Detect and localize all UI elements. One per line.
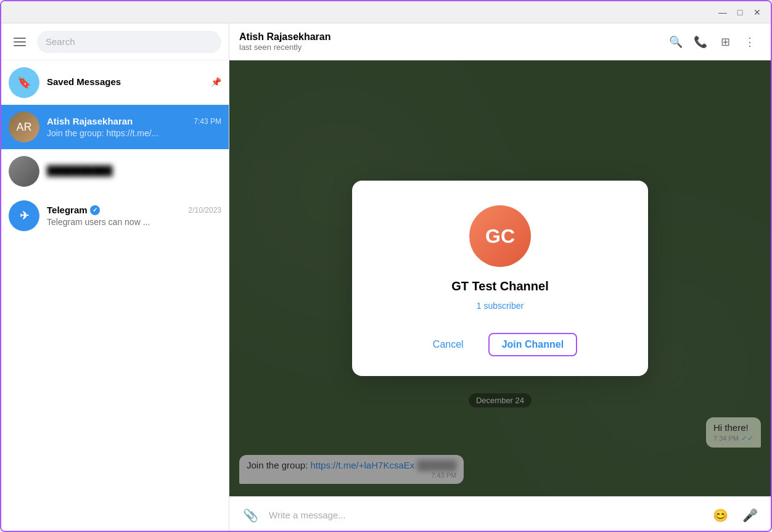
modal-overlay[interactable]: GC GT Test Channel 1 subscriber Cancel J… (229, 60, 771, 496)
pin-icon: 📌 (211, 77, 221, 87)
cancel-button[interactable]: Cancel (423, 334, 474, 355)
chat-preview-telegram: Telegram users can now ... (47, 217, 221, 227)
chat-list: 🔖 Saved Messages 📌 AR Atish Rajasekharan (1, 60, 229, 532)
app: 🔖 Saved Messages 📌 AR Atish Rajasekharan (1, 23, 771, 532)
channel-name: GT Test Channel (451, 279, 548, 293)
menu-icon[interactable] (9, 31, 31, 53)
modal-actions: Cancel Join Channel (372, 333, 628, 356)
attach-button[interactable]: 📎 (239, 504, 261, 526)
search-box[interactable] (37, 31, 221, 53)
chat-input-area: 📎 Write a message... 😊 🎤 (229, 496, 771, 532)
chat-header: Atish Rajasekharan last seen recently 🔍 … (229, 23, 771, 60)
minimize-button[interactable]: — (714, 4, 731, 21)
chat-name-hidden: ██████████ (47, 165, 112, 176)
chat-area: Atish Rajasekharan last seen recently 🔍 … (229, 23, 771, 532)
avatar-atish: AR (9, 112, 39, 142)
close-button[interactable]: ✕ (749, 4, 766, 21)
sidebar-header (1, 23, 229, 60)
chat-header-status: last seen recently (239, 43, 657, 52)
chat-name-atish: Atish Rajasekharan (47, 116, 133, 126)
more-button[interactable]: ⋮ (739, 31, 761, 53)
search-input[interactable] (46, 36, 213, 47)
channel-avatar: GC (469, 205, 531, 267)
avatar-hidden (9, 156, 39, 187)
join-channel-dialog: GC GT Test Channel 1 subscriber Cancel J… (352, 181, 648, 376)
message-input-placeholder[interactable]: Write a message... (269, 510, 702, 520)
avatar-telegram: ✈ (9, 200, 39, 231)
maximize-button[interactable]: □ (731, 4, 749, 21)
header-actions: 🔍 📞 ⊞ ⋮ (665, 31, 761, 53)
chat-item-telegram[interactable]: ✈ Telegram ✓ 2/10/2023 Telegram users ca… (1, 194, 229, 238)
chat-time-telegram: 2/10/2023 (189, 206, 221, 215)
join-channel-button[interactable]: Join Channel (488, 333, 577, 356)
verified-badge: ✓ (90, 205, 100, 215)
chat-messages: December 24 Hi there! 7:34 PM ✓✓ (229, 60, 771, 496)
subscriber-count: 1 subscriber (477, 301, 524, 311)
chat-preview-atish: Join the group: https://t.me/... (47, 128, 221, 138)
chat-name-saved: Saved Messages (47, 76, 121, 87)
layout-button[interactable]: ⊞ (714, 31, 736, 53)
titlebar: — □ ✕ (1, 1, 771, 23)
sidebar: 🔖 Saved Messages 📌 AR Atish Rajasekharan (1, 23, 229, 532)
call-button[interactable]: 📞 (689, 31, 712, 53)
search-chat-button[interactable]: 🔍 (665, 31, 687, 53)
chat-name-telegram: Telegram ✓ (47, 205, 100, 215)
chat-item-hidden[interactable]: ██████████ (1, 149, 229, 194)
chat-time-atish: 7:43 PM (194, 117, 221, 126)
chat-item-saved[interactable]: 🔖 Saved Messages 📌 (1, 60, 229, 105)
chat-item-atish[interactable]: AR Atish Rajasekharan 7:43 PM Join the g… (1, 105, 229, 149)
emoji-button[interactable]: 😊 (709, 504, 731, 526)
avatar-saved: 🔖 (9, 67, 39, 98)
voice-button[interactable]: 🎤 (739, 504, 761, 526)
chat-header-name: Atish Rajasekharan (239, 31, 657, 43)
